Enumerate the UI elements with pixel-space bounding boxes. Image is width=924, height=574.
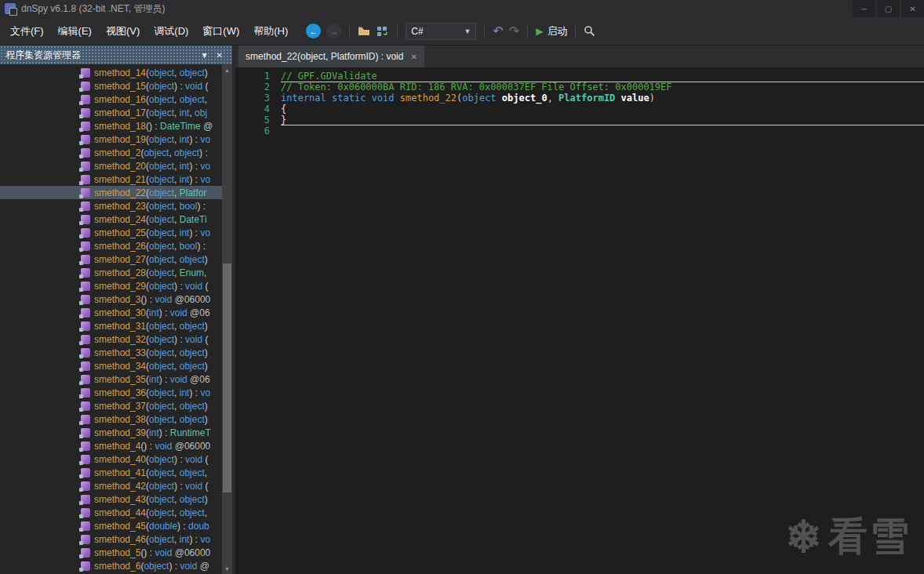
text-segment: smethod_45 [94,521,146,532]
tree-item[interactable]: smethod_14(object, object) [0,66,222,79]
assembly-explorer-header[interactable]: 程序集资源管理器 ▼ ✕ [0,45,232,64]
tree-item[interactable]: smethod_41(object, object, [0,466,222,479]
toolbar-separator [349,24,350,38]
tree-item[interactable]: smethod_2(object, object) : [0,146,222,159]
tree-item[interactable]: smethod_25(object, int) : vo [0,226,222,239]
tree-item[interactable]: smethod_3() : void @06000 [0,292,222,306]
tree-item[interactable]: smethod_17(object, int, obj [0,106,222,119]
tree-item[interactable]: smethod_46(object, int) : vo [0,532,222,546]
code-text: internal static void smethod_22(object o… [281,93,924,104]
menu-item-3[interactable]: 视图(V) [99,20,147,42]
text-segment: ) : [177,521,188,532]
navigate-back-button[interactable]: ← [306,24,321,38]
tree-item[interactable]: smethod_23(object, bool) : [0,199,222,213]
method-icon [81,188,90,198]
tree-item[interactable]: smethod_4() : void @06000 [0,439,222,452]
editor-tab[interactable]: smethod_22(object, PlatformID) : void ✕ [238,45,424,67]
tree-item[interactable]: smethod_16(object, object, [0,93,222,106]
text-segment: , [174,494,180,505]
text-segment: smethod_30 [94,307,146,318]
tree-item[interactable]: smethod_28(object, Enum, [0,266,222,279]
text-segment: PlatformID [558,93,615,104]
navigate-forward-button[interactable]: → [326,24,341,38]
text-segment: ( [202,454,208,465]
close-button[interactable]: ✕ [901,0,924,17]
tree-item[interactable]: smethod_44(object, object, [0,506,222,519]
tree-item-label: smethod_17(object, int, obj [94,107,207,118]
open-file-button[interactable] [358,26,371,37]
text-segment: doub [188,521,209,532]
tree-item[interactable]: smethod_32(object) : void ( [0,332,222,346]
menu-item-5[interactable]: 窗口(W) [195,20,246,42]
text-segment: , [174,321,180,332]
tree-item[interactable]: smethod_19(object, int) : vo [0,133,222,146]
text-segment: object [149,467,174,478]
text-segment: object [180,254,205,265]
tree-item-label: smethod_44(object, object, [94,507,207,518]
tree-item[interactable]: smethod_22(object, Platfor [0,186,222,199]
tree-item[interactable]: smethod_5() : void @06000 [0,546,222,559]
method-icon [81,468,90,478]
scroll-down-icon[interactable]: ▼ [222,563,232,574]
tree-item[interactable]: smethod_36(object, int) : vo [0,386,222,399]
tree-item[interactable]: smethod_24(object, DateTi [0,213,222,226]
text-segment: object [149,241,174,252]
text-segment: int [149,427,159,438]
tree-item[interactable]: smethod_21(object, int) : vo [0,173,222,186]
tree-item[interactable]: smethod_18() : DateTime @ [0,119,222,133]
tree-item[interactable]: smethod_15(object) : void ( [0,79,222,93]
tree-item[interactable]: smethod_35(int) : void @06 [0,372,222,386]
undo-button[interactable]: ↶ [493,24,503,38]
scroll-up-icon[interactable]: ▲ [222,64,232,75]
panel-close-icon[interactable]: ✕ [213,51,227,60]
method-icon [81,308,90,318]
text-segment: } [281,114,286,125]
redo-button[interactable]: ↷ [509,24,519,38]
tab-close-icon[interactable]: ✕ [410,53,417,61]
tree-item[interactable]: smethod_26(object, bool) : [0,239,222,252]
tree-scrollbar[interactable]: ▲ ▼ [222,64,232,574]
method-icon [81,455,90,464]
tree-item[interactable]: smethod_6(object) : void @ [0,559,222,572]
menu-item-1[interactable]: 文件(F) [3,20,51,42]
tree-item[interactable]: smethod_34(object, object) [0,359,222,372]
tree-item[interactable]: smethod_45(double) : doub [0,519,222,532]
panel-menu-chevron-icon[interactable]: ▼ [197,51,213,60]
tree-item[interactable]: smethod_39(int) : RuntimeT [0,426,222,439]
tree-item[interactable]: smethod_42(object) : void ( [0,479,222,492]
text-segment: void [185,334,202,345]
text-segment: void [155,294,172,305]
tree-item[interactable]: smethod_33(object, object) [0,346,222,359]
text-segment: ) : [174,81,185,92]
code-editor[interactable]: 1// GPF.GDValidate2// Token: 0x060000BA … [235,67,924,574]
language-select[interactable]: C# ▼ [406,23,476,40]
text-segment: bool [180,241,198,252]
modules-button[interactable] [377,26,389,37]
tree-item[interactable]: smethod_20(object, int) : vo [0,159,222,173]
maximize-button[interactable]: ▢ [877,0,900,17]
start-button[interactable]: ▶ 启动 [536,24,567,38]
text-segment: , [205,94,207,105]
tree-item[interactable]: smethod_40(object) : void ( [0,452,222,466]
text-segment: , [174,254,180,265]
text-segment: , [204,267,209,278]
code-line: 6 [235,125,924,136]
minimize-button[interactable]: ─ [853,0,875,17]
tree-item[interactable]: smethod_30(int) : void @06 [0,306,222,319]
tree-item[interactable]: smethod_31(object, object) [0,319,222,332]
tree-item[interactable]: smethod_43(object, object) [0,492,222,506]
menu-item-2[interactable]: 编辑(E) [51,20,99,42]
text-segment: obj [195,107,207,118]
scrollbar-thumb[interactable] [223,263,231,492]
toolbar-separator [484,24,485,38]
tree-item[interactable]: smethod_38(object, object) [0,412,222,426]
menu-item-6[interactable]: 帮助(H) [246,20,295,42]
tree-item-label: smethod_25(object, int) : vo [94,227,210,238]
search-button[interactable] [584,25,595,37]
tree-item[interactable]: smethod_27(object, object) [0,252,222,266]
text-segment: smethod_42 [94,481,146,492]
tree-item[interactable]: smethod_37(object, object) [0,399,222,412]
tree-item[interactable]: smethod_29(object) : void ( [0,279,222,292]
menu-item-4[interactable]: 调试(D) [147,20,195,42]
code-line: 1// GPF.GDValidate [235,71,924,82]
